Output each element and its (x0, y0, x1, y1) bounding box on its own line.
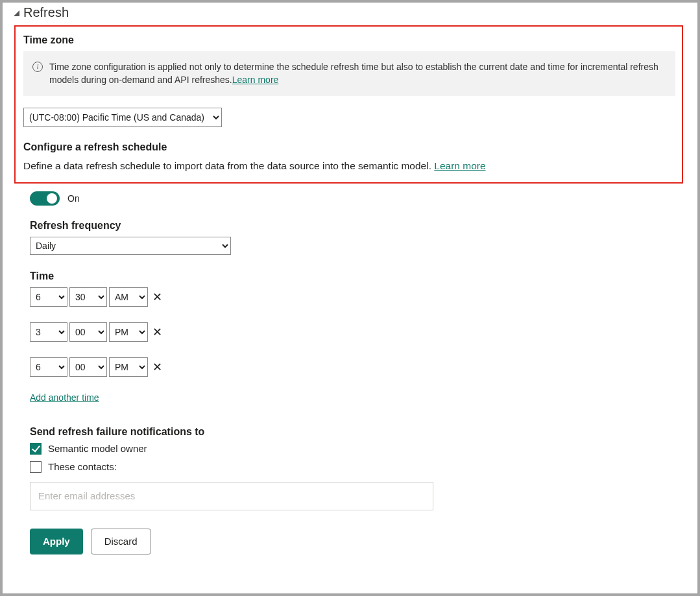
timezone-info-bar: i Time zone configuration is applied not… (23, 51, 675, 96)
schedule-toggle-label: On (67, 193, 80, 204)
section-header[interactable]: Refresh (12, 5, 683, 20)
timezone-info-text: Time zone configuration is applied not o… (49, 60, 665, 87)
info-icon: i (32, 62, 43, 72)
notify-owner-label: Semantic model owner (48, 443, 147, 454)
time-hour-select[interactable]: 6 (30, 357, 67, 377)
notify-contacts-label: These contacts: (48, 461, 117, 472)
time-minute-select[interactable]: 00 (69, 357, 107, 377)
notify-owner-row: Semantic model owner (30, 443, 683, 455)
remove-time-icon[interactable]: ✕ (151, 326, 163, 338)
time-ampm-select[interactable]: PM (109, 322, 148, 342)
time-row-1: 3 00 PM ✕ (30, 322, 683, 342)
timezone-select[interactable]: (UTC-08:00) Pacific Time (US and Canada) (23, 108, 222, 127)
notify-contacts-checkbox[interactable] (30, 461, 42, 473)
time-hour-select[interactable]: 6 (30, 287, 67, 307)
section-title: Refresh (23, 5, 69, 20)
contacts-email-input[interactable] (30, 482, 433, 510)
schedule-learn-more-link[interactable]: Learn more (434, 160, 485, 171)
notify-title: Send refresh failure notifications to (30, 426, 683, 438)
remove-time-icon[interactable]: ✕ (151, 291, 163, 303)
time-row-0: 6 30 AM ✕ (30, 287, 683, 307)
time-ampm-select[interactable]: PM (109, 357, 148, 377)
collapse-icon (12, 8, 21, 18)
settings-body: On Refresh frequency Daily Time 6 30 AM … (12, 191, 683, 554)
button-row: Apply Discard (30, 529, 683, 554)
time-ampm-select[interactable]: AM (109, 287, 148, 307)
time-row-2: 6 00 PM ✕ (30, 357, 683, 377)
discard-button[interactable]: Discard (91, 529, 151, 554)
schedule-toggle[interactable] (30, 191, 60, 206)
timezone-title: Time zone (23, 34, 675, 46)
time-minute-select[interactable]: 30 (69, 287, 107, 307)
remove-time-icon[interactable]: ✕ (151, 361, 163, 373)
schedule-description: Define a data refresh schedule to import… (23, 158, 675, 173)
schedule-toggle-row: On (30, 191, 683, 206)
apply-button[interactable]: Apply (30, 529, 83, 554)
schedule-title: Configure a refresh schedule (23, 141, 675, 153)
notify-owner-checkbox[interactable] (30, 443, 42, 455)
frequency-title: Refresh frequency (30, 220, 683, 232)
add-time-link[interactable]: Add another time (30, 392, 99, 403)
time-minute-select[interactable]: 00 (69, 322, 107, 342)
highlighted-region: Time zone i Time zone configuration is a… (14, 25, 683, 184)
notify-contacts-row: These contacts: (30, 461, 683, 473)
time-hour-select[interactable]: 3 (30, 322, 67, 342)
time-title: Time (30, 270, 683, 282)
timezone-learn-more-link[interactable]: Learn more (232, 75, 279, 85)
refresh-settings-panel: Refresh Time zone i Time zone configurat… (3, 3, 697, 593)
frequency-select[interactable]: Daily (30, 237, 231, 255)
